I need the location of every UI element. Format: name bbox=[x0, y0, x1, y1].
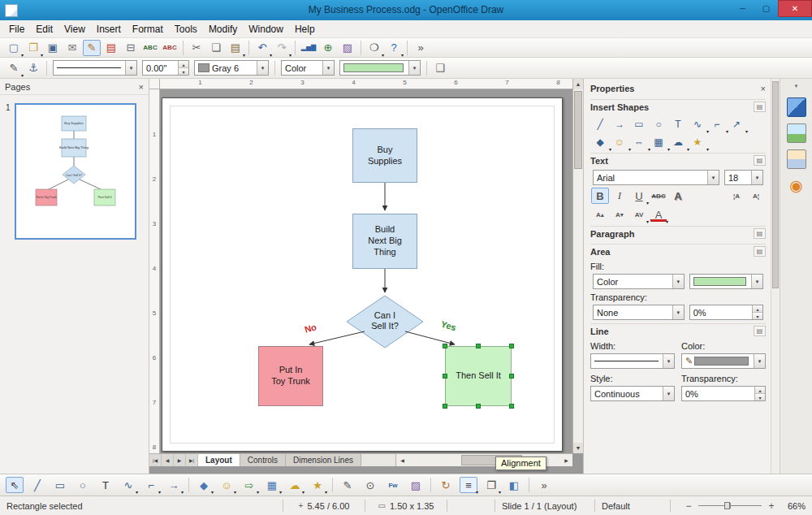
menu-item[interactable]: Tools bbox=[169, 21, 203, 37]
dropdown-button[interactable]: ▾ bbox=[751, 275, 762, 288]
insert-lines-arrows-icon[interactable]: ↗▾ bbox=[727, 116, 746, 132]
transparency-spinner[interactable]: 0% ▴▾ bbox=[689, 305, 763, 320]
cut-icon[interactable]: ✂ bbox=[188, 40, 205, 56]
gallery-tab-icon[interactable] bbox=[787, 123, 806, 143]
panel-more-options-icon[interactable]: ▤ bbox=[754, 326, 766, 336]
flowchart-node-buy-supplies[interactable]: Buy Supplies bbox=[352, 128, 417, 183]
callout-shapes-icon[interactable]: ☁▾ bbox=[668, 134, 688, 149]
toolbar-options-icon[interactable]: » bbox=[535, 477, 553, 493]
paste-icon[interactable]: ▤▾ bbox=[227, 40, 244, 56]
dropdown-caret[interactable]: ▾ bbox=[302, 489, 304, 495]
previous-page-button[interactable]: ◀ bbox=[162, 454, 174, 466]
dropdown-caret[interactable]: ▾ bbox=[21, 52, 24, 58]
extrusion-icon[interactable]: ◧ bbox=[505, 477, 523, 493]
line-icon[interactable]: ╱ bbox=[28, 477, 46, 493]
last-page-button[interactable]: ▶| bbox=[186, 454, 198, 466]
callout-shapes-icon[interactable]: ☁▾ bbox=[286, 477, 304, 493]
shadow-icon[interactable]: ❑ bbox=[431, 60, 449, 76]
section-text[interactable]: Text ▤ bbox=[590, 153, 766, 167]
line-style-combo[interactable]: Continuous ▾ bbox=[590, 386, 675, 401]
dropdown-caret[interactable]: ▾ bbox=[279, 489, 282, 495]
insert-rectangle-icon[interactable]: ▭ bbox=[629, 116, 649, 132]
menu-item[interactable]: Help bbox=[289, 21, 321, 37]
line-style-combo[interactable]: ▾ bbox=[53, 60, 137, 76]
dropdown-caret[interactable]: ▾ bbox=[382, 52, 384, 58]
dropdown-caret[interactable]: ▾ bbox=[211, 489, 214, 495]
flowchart-node-then-sell-it[interactable]: Then Sell It bbox=[445, 346, 512, 406]
selection-handle[interactable] bbox=[443, 404, 447, 409]
menu-item[interactable]: Modify bbox=[203, 21, 243, 37]
zoom-icon[interactable]: ❍▾ bbox=[365, 40, 383, 56]
dropdown-button[interactable]: ▾ bbox=[322, 61, 334, 75]
section-paragraph[interactable]: Paragraph ▤ bbox=[590, 226, 766, 240]
bold-button[interactable]: B bbox=[591, 188, 609, 204]
flowchart-shapes-icon[interactable]: ▦▾ bbox=[649, 134, 668, 149]
glue-points-icon[interactable]: ⊙ bbox=[361, 477, 379, 493]
rectangle-icon[interactable]: ▭ bbox=[51, 477, 69, 493]
drawing-area[interactable]: Buy Supplies Build Next Big Thing Can I … bbox=[160, 89, 572, 453]
spinner-arrows[interactable]: ▴▾ bbox=[754, 387, 765, 400]
menu-item[interactable]: View bbox=[58, 21, 91, 37]
increase-spacing-icon[interactable]: ¦A bbox=[728, 188, 745, 204]
menu-item[interactable]: Format bbox=[127, 21, 169, 37]
open-icon[interactable]: ❐▾ bbox=[24, 40, 42, 56]
insert-image-icon[interactable]: ▨ bbox=[407, 477, 425, 493]
vertical-scrollbar[interactable]: ▲ ▼ bbox=[572, 79, 583, 453]
panel-more-options-icon[interactable]: ▤ bbox=[754, 155, 766, 166]
vertical-scroll-thumb[interactable] bbox=[574, 91, 582, 169]
sidebar-scrollbar[interactable] bbox=[771, 79, 780, 474]
spinner-arrows[interactable]: ▴▾ bbox=[178, 61, 188, 75]
menu-item[interactable]: File bbox=[3, 21, 30, 37]
section-line[interactable]: Line ▤ bbox=[590, 323, 766, 338]
font-size-combo[interactable]: 18 ▾ bbox=[724, 170, 763, 185]
block-arrows-icon[interactable]: ⇔▾ bbox=[629, 134, 649, 149]
increase-font-icon[interactable]: A▴ bbox=[591, 206, 609, 223]
dropdown-caret[interactable]: ▾ bbox=[21, 72, 24, 78]
italic-button[interactable]: I bbox=[611, 188, 628, 204]
dropdown-caret[interactable]: ▾ bbox=[646, 200, 649, 206]
shadow-button[interactable]: A bbox=[669, 188, 687, 204]
dropdown-button[interactable]: ▾ bbox=[257, 61, 268, 75]
area-style-combo[interactable]: Color ▾ bbox=[281, 60, 335, 76]
fill-color-combo[interactable]: ▾ bbox=[689, 274, 763, 289]
dropdown-caret[interactable]: ▾ bbox=[401, 52, 404, 58]
dropdown-caret[interactable]: ▾ bbox=[289, 52, 292, 58]
dropdown-caret[interactable]: ▾ bbox=[476, 489, 478, 495]
save-icon[interactable]: ▣ bbox=[44, 40, 62, 56]
help-icon[interactable]: ?▾ bbox=[385, 40, 403, 56]
scroll-right-button[interactable]: ▶ bbox=[560, 454, 572, 466]
dropdown-caret[interactable]: ▾ bbox=[666, 219, 668, 224]
alignment-icon[interactable]: ≡▾ bbox=[460, 477, 477, 493]
close-button[interactable]: ✕ bbox=[778, 0, 812, 17]
insert-text-icon[interactable]: T bbox=[668, 116, 688, 132]
dropdown-caret[interactable]: ▾ bbox=[325, 489, 327, 495]
tab-controls[interactable]: Controls bbox=[240, 454, 286, 466]
lines-arrows-icon[interactable]: →▾ bbox=[165, 477, 183, 493]
insert-curve-icon[interactable]: ∿▾ bbox=[688, 116, 707, 132]
flowchart-shapes-icon[interactable]: ▦▾ bbox=[263, 477, 281, 493]
dropdown-caret[interactable]: ▾ bbox=[158, 489, 161, 495]
section-area[interactable]: Area ▤ bbox=[590, 244, 766, 258]
arrange-icon[interactable]: ❐▾ bbox=[482, 477, 500, 493]
panel-more-options-icon[interactable]: ▤ bbox=[754, 246, 766, 257]
selection-handle[interactable] bbox=[509, 404, 514, 409]
pdf-export-icon[interactable]: ▤ bbox=[102, 40, 120, 56]
line-transparency-spinner[interactable]: 0% ▴▾ bbox=[681, 386, 766, 401]
font-name-combo[interactable]: Arial ▾ bbox=[593, 170, 719, 185]
selection-handle[interactable] bbox=[476, 404, 481, 409]
curve-icon[interactable]: ∿▾ bbox=[119, 477, 137, 493]
insert-line-icon[interactable]: ╱ bbox=[590, 116, 610, 132]
edit-file-icon[interactable]: ✎ bbox=[83, 40, 101, 56]
gallery-icon[interactable]: ▨ bbox=[339, 40, 356, 56]
tab-layout[interactable]: Layout bbox=[198, 454, 240, 466]
dropdown-caret[interactable]: ▾ bbox=[234, 489, 236, 495]
sidebar-settings-icon[interactable]: ▾ bbox=[787, 81, 806, 91]
menu-item[interactable]: Edit bbox=[30, 21, 58, 37]
zoom-in-button[interactable]: + bbox=[767, 500, 776, 512]
titlebar[interactable]: My Business Process.odg - OpenOffice Dra… bbox=[0, 0, 812, 20]
slide-indicator[interactable]: Slide 1 / 1 (Layout) bbox=[495, 496, 594, 515]
scroll-up-button[interactable]: ▲ bbox=[573, 79, 583, 89]
copy-icon[interactable]: ❏ bbox=[207, 40, 225, 56]
select-icon[interactable]: ⇖ bbox=[6, 477, 24, 493]
anchor-icon[interactable]: ⚓ bbox=[24, 60, 42, 76]
